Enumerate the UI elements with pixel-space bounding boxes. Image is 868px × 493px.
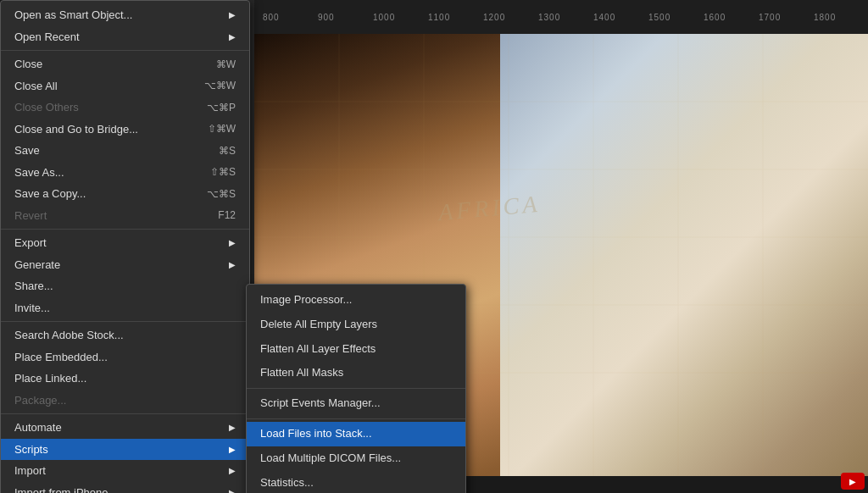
menu-item-label: Open as Smart Object...	[14, 7, 222, 24]
menu-item-import-iphone[interactable]: Import from iPhone	[1, 482, 249, 494]
menu-separator	[1, 413, 249, 414]
menu-item-label: Place Linked...	[14, 370, 236, 387]
menu-item-close-others: Close Others ⌥⌘P	[1, 97, 249, 119]
menu-item-place-linked[interactable]: Place Linked...	[1, 368, 249, 390]
menu-separator	[1, 321, 249, 322]
menu-shortcut: ⌥⌘W	[204, 78, 236, 93]
submenu-item-script-events-manager[interactable]: Script Events Manager...	[247, 391, 465, 416]
menu-item-label: Close Others	[14, 99, 190, 116]
menu-item-label: Automate	[14, 419, 222, 436]
menu-item-label: Invite...	[14, 300, 236, 317]
menu-item-label: Search Adobe Stock...	[14, 327, 236, 344]
menu-item-package: Package...	[1, 390, 249, 412]
menu-item-close-go-bridge[interactable]: Close and Go to Bridge... ⇧⌘W	[1, 119, 249, 141]
menu-item-search-stock[interactable]: Search Adobe Stock...	[1, 324, 249, 346]
submenu-item-load-dicom[interactable]: Load Multiple DICOM Files...	[247, 446, 465, 471]
ruler-num: 1300	[538, 13, 593, 22]
menu-item-label: Package...	[14, 392, 236, 409]
submenu-separator	[247, 388, 465, 389]
ruler: 800 900 1000 1100 1200 1300 1400 1500 16…	[254, 0, 868, 34]
menu-item-open-recent[interactable]: Open Recent	[1, 26, 249, 48]
menu-item-invite[interactable]: Invite...	[1, 297, 249, 319]
menu-shortcut: ⌘S	[219, 143, 236, 158]
submenu-item-image-processor[interactable]: Image Processor...	[247, 288, 465, 313]
menu-item-scripts[interactable]: Scripts	[1, 439, 249, 461]
submenu-item-statistics[interactable]: Statistics...	[247, 471, 465, 493]
menu-item-label: Generate	[14, 257, 222, 274]
file-menu: Open as Smart Object... Open Recent Clos…	[0, 0, 250, 493]
menu-shortcut: ⇧⌘W	[208, 121, 236, 136]
menu-item-label: Save a Copy...	[14, 186, 190, 202]
submenu-label: Statistics...	[260, 474, 314, 492]
menu-item-open-smart-object[interactable]: Open as Smart Object...	[1, 4, 249, 26]
menu-item-label: Import from iPhone	[14, 485, 222, 494]
menu-item-label: Import	[14, 463, 222, 479]
submenu-label: Delete All Empty Layers	[260, 316, 377, 334]
menu-shortcut: ⇧⌘S	[210, 164, 236, 180]
menu-item-label: Save As...	[14, 164, 193, 181]
ruler-num: 1000	[373, 13, 428, 22]
menu-separator	[1, 229, 249, 230]
submenu-item-delete-empty-layers[interactable]: Delete All Empty Layers	[247, 313, 465, 337]
ruler-num: 800	[263, 13, 318, 22]
menu-item-label: Save	[14, 142, 202, 159]
menu-item-label: Close All	[14, 78, 187, 95]
youtube-badge	[841, 473, 865, 490]
photo-couple	[500, 34, 868, 493]
submenu-item-load-files-stack[interactable]: Load Files into Stack...	[247, 422, 465, 446]
menu-item-save-copy[interactable]: Save a Copy... ⌥⌘S	[1, 183, 249, 205]
ruler-numbers: 800 900 1000 1100 1200 1300 1400 1500 16…	[263, 13, 868, 22]
menu-separator	[1, 50, 249, 51]
menu-item-place-embedded[interactable]: Place Embedded...	[1, 346, 249, 368]
submenu-label: Load Multiple DICOM Files...	[260, 450, 401, 468]
menu-item-save[interactable]: Save ⌘S	[1, 140, 249, 162]
menu-item-label: Close	[14, 56, 199, 73]
ruler-num: 900	[318, 13, 373, 22]
ruler-num: 1600	[704, 13, 759, 22]
submenu-label: Flatten All Masks	[260, 364, 343, 382]
menu-item-save-as[interactable]: Save As... ⇧⌘S	[1, 162, 249, 184]
ruler-num: 1400	[593, 13, 648, 22]
menu-item-export[interactable]: Export	[1, 232, 249, 254]
menu-item-label: Share...	[14, 278, 236, 295]
submenu-item-flatten-all-masks[interactable]: Flatten All Masks	[247, 361, 465, 385]
menu-item-label: Close and Go to Bridge...	[14, 121, 191, 138]
menu-item-label: Export	[14, 235, 222, 252]
menu-item-label: Scripts	[14, 441, 222, 458]
menu-item-revert: Revert F12	[1, 205, 249, 227]
ruler-num: 1100	[428, 13, 483, 22]
menu-item-label: Place Embedded...	[14, 349, 236, 366]
submenu-separator	[247, 418, 465, 419]
submenu-label: Image Processor...	[260, 291, 352, 309]
ruler-num: 1700	[759, 13, 814, 22]
menu-item-label: Open Recent	[14, 29, 222, 46]
menu-shortcut: ⌘W	[216, 57, 236, 72]
menu-item-automate[interactable]: Automate	[1, 417, 249, 439]
ruler-num: 1500	[648, 13, 704, 22]
submenu-label: Flatten All Layer Effects	[260, 341, 376, 358]
menu-item-close[interactable]: Close ⌘W	[1, 53, 249, 75]
scripts-submenu: Image Processor... Delete All Empty Laye…	[246, 284, 466, 493]
submenu-label: Load Files into Stack...	[260, 425, 372, 443]
ruler-num: 1800	[814, 13, 868, 22]
menu-item-share[interactable]: Share...	[1, 275, 249, 297]
menu-item-close-all[interactable]: Close All ⌥⌘W	[1, 75, 249, 97]
ruler-num: 1200	[483, 13, 538, 22]
menu-item-import[interactable]: Import	[1, 460, 249, 482]
menu-item-generate[interactable]: Generate	[1, 254, 249, 276]
submenu-item-flatten-layer-effects[interactable]: Flatten All Layer Effects	[247, 337, 465, 362]
menu-shortcut: ⌥⌘P	[207, 100, 236, 115]
menu-item-label: Revert	[14, 208, 201, 224]
menu-shortcut: ⌥⌘S	[207, 186, 236, 202]
submenu-label: Script Events Manager...	[260, 395, 381, 413]
menu-shortcut: F12	[218, 208, 236, 223]
